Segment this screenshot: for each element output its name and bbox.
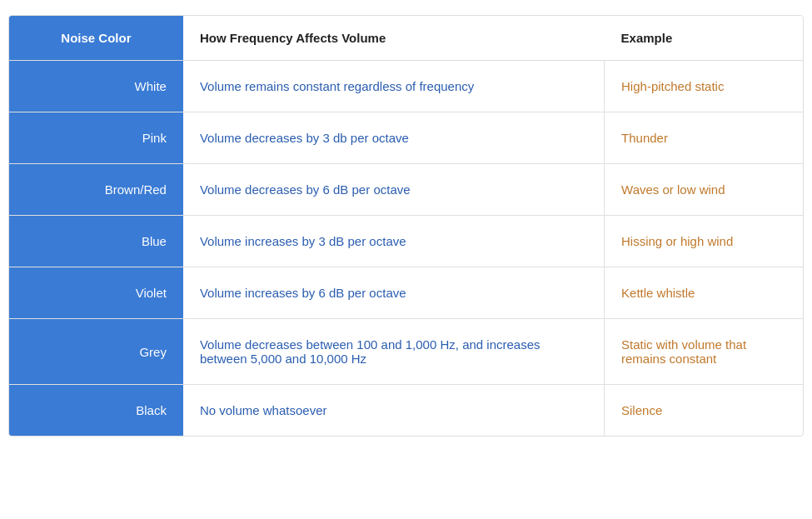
table-row: Brown/RedVolume decreases by 6 dB per oc… xyxy=(9,164,803,216)
example-cell: Thunder xyxy=(605,112,803,164)
header-example: Example xyxy=(605,16,803,61)
noise-color-table: Noise Color How Frequency Affects Volume… xyxy=(8,15,804,437)
example-cell: High-pitched static xyxy=(605,61,803,112)
frequency-desc-cell: Volume remains constant regardless of fr… xyxy=(183,61,605,112)
table-row: VioletVolume increases by 6 dB per octav… xyxy=(9,267,803,319)
table-row: PinkVolume decreases by 3 db per octaveT… xyxy=(9,112,803,164)
table-row: WhiteVolume remains constant regardless … xyxy=(9,61,803,112)
noise-color-cell: Black xyxy=(9,385,183,437)
noise-color-cell: Violet xyxy=(9,267,183,319)
frequency-desc-cell: Volume increases by 3 dB per octave xyxy=(183,216,605,267)
header-frequency: How Frequency Affects Volume xyxy=(183,16,605,61)
noise-color-cell: Grey xyxy=(9,319,183,385)
table-row: GreyVolume decreases between 100 and 1,0… xyxy=(9,319,803,385)
noise-color-cell: Pink xyxy=(9,112,183,164)
noise-color-cell: White xyxy=(9,61,183,112)
frequency-desc-cell: Volume decreases by 3 db per octave xyxy=(183,112,605,164)
frequency-desc-cell: Volume decreases by 6 dB per octave xyxy=(183,164,605,216)
noise-color-cell: Brown/Red xyxy=(9,164,183,216)
example-cell: Static with volume that remains constant xyxy=(605,319,803,385)
frequency-desc-cell: No volume whatsoever xyxy=(183,385,605,437)
frequency-desc-cell: Volume increases by 6 dB per octave xyxy=(183,267,605,319)
example-cell: Waves or low wind xyxy=(605,164,803,216)
table-row: BlueVolume increases by 3 dB per octaveH… xyxy=(9,216,803,267)
example-cell: Silence xyxy=(605,385,803,437)
header-noise-color: Noise Color xyxy=(9,16,183,61)
noise-color-cell: Blue xyxy=(9,216,183,267)
example-cell: Kettle whistle xyxy=(605,267,803,319)
example-cell: Hissing or high wind xyxy=(605,216,803,267)
table-row: BlackNo volume whatsoeverSilence xyxy=(9,385,803,437)
frequency-desc-cell: Volume decreases between 100 and 1,000 H… xyxy=(183,319,605,385)
